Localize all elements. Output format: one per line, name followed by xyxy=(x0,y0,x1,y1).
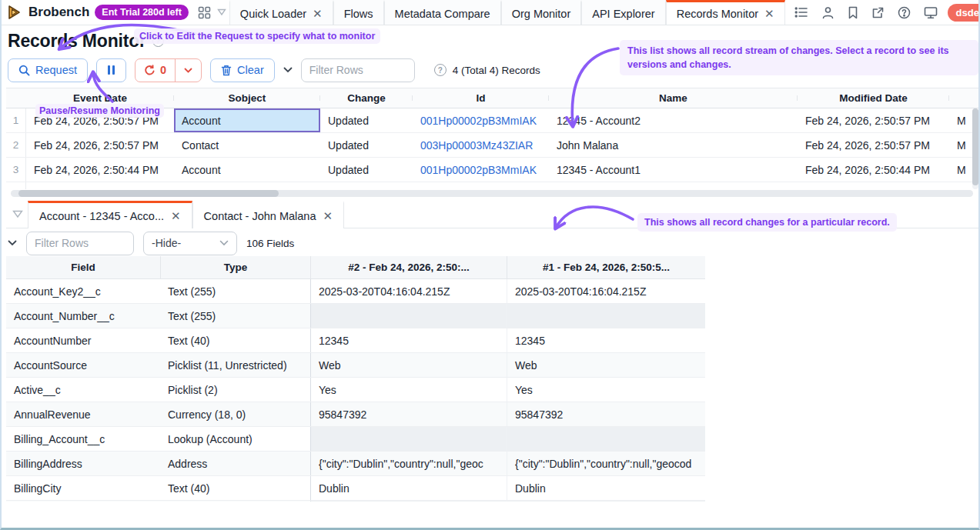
col-id[interactable]: Id xyxy=(413,92,549,104)
tab-records-monitor[interactable]: Records Monitor ✕ xyxy=(666,0,785,25)
cell-record-id-link[interactable]: 003Hp00003Mz43ZIAR xyxy=(413,188,549,190)
field-row[interactable]: AccountNumber Text (40) 12345 12345 xyxy=(6,328,705,353)
cell-v2: {"city":"Dublin","country":null,"geoc xyxy=(310,452,507,475)
cell-event-date[interactable]: Feb 24, 2026, 2:50:44 PM xyxy=(26,164,174,176)
detail-tab-list-caret-icon[interactable] xyxy=(8,201,28,228)
page-title: Records Monitor xyxy=(8,31,146,52)
table-row-partial[interactable]: 4 Feb 24, 2026, 2:50:43 PM Contact Updat… xyxy=(6,182,978,189)
tab-list-caret-icon[interactable] xyxy=(214,0,229,25)
col-name[interactable]: Name xyxy=(549,92,798,104)
field-row[interactable]: Account_Key2__c Text (255) 2025-03-20T04… xyxy=(6,279,705,304)
col-type[interactable]: Type xyxy=(160,256,310,278)
col-version-1[interactable]: #1 - Feb 24, 2026, 2:50:5... xyxy=(507,256,705,278)
cell-modified-date[interactable]: Feb 24, 2026, 2:50:57 PM xyxy=(798,139,949,152)
field-row[interactable]: Account_Number__c Text (255) xyxy=(6,304,705,328)
user-icon[interactable] xyxy=(818,6,838,19)
horizontal-scrollbar[interactable] xyxy=(11,190,973,197)
cell-name[interactable]: John Malana xyxy=(549,139,798,152)
cell-event-date[interactable]: Feb 24, 2026, 2:50:43 PM xyxy=(26,188,174,190)
scrollbar-thumb[interactable] xyxy=(972,108,978,185)
tab-flows[interactable]: Flows xyxy=(333,0,384,25)
org-user-badge[interactable]: dsdevorg1 (99) xyxy=(948,4,980,22)
cell-modified-date[interactable]: Feb 24, 2026, 2:50:57 PM xyxy=(798,115,949,127)
cell-sobject-selected[interactable]: Account xyxy=(174,108,320,132)
cell-v1: Yes xyxy=(507,378,705,402)
tab-api-explorer[interactable]: API Explorer xyxy=(581,0,665,25)
records-help-icon[interactable]: ? xyxy=(434,64,447,76)
refresh-button[interactable]: 0 xyxy=(135,59,175,82)
col-change[interactable]: Change xyxy=(320,92,413,104)
cell-name[interactable]: 12345 - Account2 xyxy=(549,115,798,127)
cell-type: Text (40) xyxy=(160,476,310,500)
request-button[interactable]: Request xyxy=(8,58,88,82)
cell-change[interactable]: Updated xyxy=(320,188,413,190)
external-link-icon[interactable] xyxy=(868,6,888,19)
cell-change[interactable]: Updated xyxy=(320,139,413,152)
col-version-2[interactable]: #2 - Feb 24, 2026, 2:50:... xyxy=(310,256,507,278)
cell-field: Account_Key2__c xyxy=(6,279,160,303)
col-sobject[interactable]: Sobject xyxy=(174,92,320,104)
table-row[interactable]: 2 Feb 24, 2026, 2:50:57 PM Contact Updat… xyxy=(6,133,978,158)
cell-field: AccountNumber xyxy=(6,328,160,352)
cell-field: Active__c xyxy=(6,378,160,402)
annotation-record-changes: This shows all record changes for a part… xyxy=(637,213,897,232)
cell-sobject[interactable]: Contact xyxy=(174,188,320,190)
filter-collapse-chevron-icon[interactable] xyxy=(283,67,293,73)
col-modified-date[interactable]: Modified Date xyxy=(798,92,949,104)
close-icon[interactable]: ✕ xyxy=(323,209,333,223)
field-versions-table: Field Type #2 - Feb 24, 2026, 2:50:... #… xyxy=(6,256,705,502)
field-row[interactable]: AnnualRevenue Currency (18, 0) 95847392 … xyxy=(6,402,705,427)
close-icon[interactable]: ✕ xyxy=(313,8,323,19)
cell-v2: 2025-03-20T04:16:04.215Z xyxy=(310,279,507,303)
col-event-date[interactable]: Event Date xyxy=(26,92,174,104)
tab-label: Org Monitor xyxy=(512,8,571,20)
cell-change[interactable]: Updated xyxy=(320,164,413,176)
field-row[interactable]: BillingCity Text (40) Dublin Dublin xyxy=(6,476,705,501)
stream-filter-input[interactable] xyxy=(301,58,415,82)
pause-resume-button[interactable] xyxy=(96,58,126,82)
cell-change[interactable]: Updated xyxy=(320,115,413,127)
records-monitor-page: Records Monitor ? Request 0 xyxy=(2,31,978,502)
cell-modified-date[interactable]: Feb 24, 2026, 2:50:44 PM xyxy=(798,164,949,176)
tab-metadata-compare[interactable]: Metadata Compare xyxy=(384,0,501,25)
cell-event-date[interactable]: Feb 24, 2026, 2:50:57 PM xyxy=(26,139,174,152)
cell-record-id-link[interactable]: 001Hp00002pB3MmIAK xyxy=(413,164,549,176)
tab-org-monitor[interactable]: Org Monitor xyxy=(501,0,582,25)
clear-button[interactable]: Clear xyxy=(210,58,275,82)
hide-columns-select[interactable]: -Hide- xyxy=(143,232,237,255)
field-row[interactable]: AccountSource Picklist (11, Unrestricted… xyxy=(6,353,705,378)
cell-name[interactable]: 12345 - Account1 xyxy=(549,164,798,176)
changelog-list-icon[interactable] xyxy=(791,6,811,18)
vertical-scrollbar[interactable] xyxy=(972,108,978,189)
cell-modified-date[interactable]: Feb 24, 2026, 2:50:43 PM xyxy=(798,188,949,190)
apps-grid-icon[interactable] xyxy=(195,0,214,25)
cell-type: Text (255) xyxy=(160,304,310,328)
bookmark-icon[interactable] xyxy=(845,6,861,19)
cell-name[interactable]: John Malana xyxy=(549,188,798,190)
field-row[interactable]: Active__c Picklist (2) Yes Yes xyxy=(6,378,705,402)
col-field[interactable]: Field xyxy=(6,262,160,273)
field-row[interactable]: BillingAddress Address {"city":"Dublin",… xyxy=(6,452,705,476)
cell-sobject[interactable]: Contact xyxy=(174,139,320,152)
search-icon xyxy=(18,65,30,76)
cell-field: Account_Number__c xyxy=(6,304,160,328)
help-icon[interactable] xyxy=(895,6,914,19)
detail-tab-account[interactable]: Account - 12345 - Acco... ✕ xyxy=(28,201,192,228)
field-row[interactable]: Billing_Account__c Lookup (Account) xyxy=(6,427,705,452)
detail-tab-contact[interactable]: Contact - John Malana ✕ xyxy=(192,201,344,228)
detail-tab-label: Contact - John Malana xyxy=(204,210,316,222)
fields-filter-input[interactable] xyxy=(26,232,134,255)
field-row[interactable]: BillingCountry Text (80) xyxy=(6,501,705,502)
refresh-options-caret[interactable] xyxy=(176,59,201,82)
cell-type: Currency (18, 0) xyxy=(160,402,310,426)
scrollbar-thumb[interactable] xyxy=(18,190,279,197)
close-icon[interactable]: ✕ xyxy=(171,209,181,223)
detail-collapse-chevron-icon[interactable] xyxy=(8,240,17,246)
cell-record-id-link[interactable]: 003Hp00003Mz43ZIAR xyxy=(413,139,549,152)
cell-record-id-link[interactable]: 001Hp00002pB3MmIAK xyxy=(413,115,549,127)
tab-quick-loader[interactable]: Quick Loader ✕ xyxy=(229,0,333,25)
close-icon[interactable]: ✕ xyxy=(764,8,774,19)
table-row[interactable]: 3 Feb 24, 2026, 2:50:44 PM Account Updat… xyxy=(6,158,978,182)
monitor-icon[interactable] xyxy=(921,6,941,19)
cell-sobject[interactable]: Account xyxy=(174,164,320,176)
